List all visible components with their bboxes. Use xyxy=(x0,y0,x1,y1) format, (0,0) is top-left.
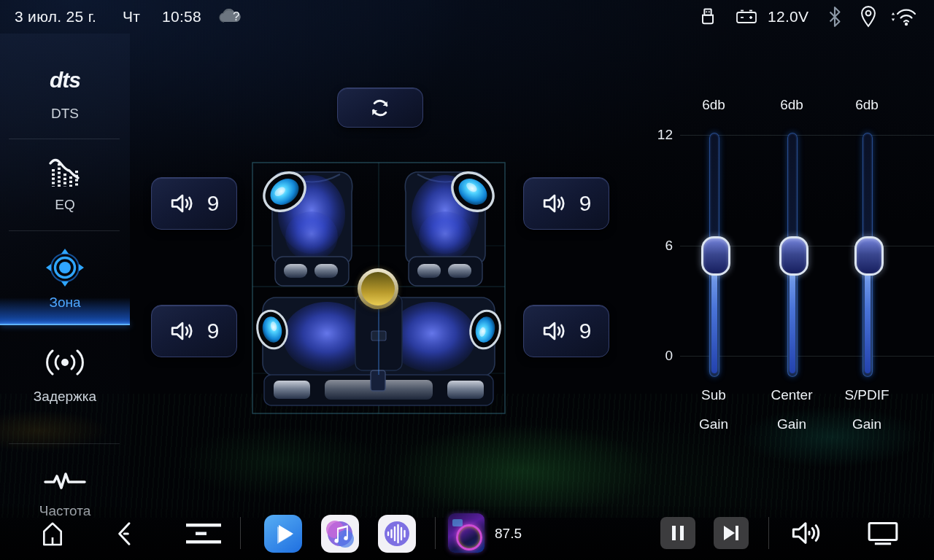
slider-thumb-sub-gain[interactable] xyxy=(701,236,730,276)
bottombar-divider xyxy=(768,517,769,549)
back-button[interactable] xyxy=(111,518,140,552)
display-monitor-icon xyxy=(865,520,900,548)
slider-value-center: 6db xyxy=(752,97,832,113)
sidebar-divider xyxy=(9,139,120,139)
zone-reset-button[interactable] xyxy=(337,88,423,128)
svg-text:?: ? xyxy=(233,9,239,23)
slider-value-spdif: 6db xyxy=(827,97,907,113)
tick-label: 6 xyxy=(648,238,673,254)
sidebar-item-label: Задержка xyxy=(0,389,130,405)
sidebar-divider xyxy=(9,443,120,444)
pause-button[interactable] xyxy=(660,517,695,549)
status-day: Чт xyxy=(123,8,140,26)
location-icon xyxy=(859,5,878,28)
zone-volume-value: 9 xyxy=(579,319,592,343)
bluetooth-icon xyxy=(827,6,843,28)
video-player-app-icon[interactable] xyxy=(264,515,302,553)
head-unit-screen: 3 июл. 25 г. Чт 10:58 ? xyxy=(0,0,934,560)
bottom-nav-bar: 87.5 xyxy=(0,507,934,560)
zone-crosshair-icon xyxy=(0,248,130,290)
sidebar-active-underline xyxy=(0,324,130,325)
slider-label-center-2: Gain xyxy=(752,416,832,432)
zone-volume-rear-left[interactable]: 9 xyxy=(151,305,237,357)
voice-assistant-app-icon[interactable] xyxy=(378,515,416,553)
volume-button[interactable] xyxy=(790,518,822,551)
back-arrow-icon xyxy=(111,518,140,549)
next-track-button[interactable] xyxy=(714,517,749,549)
slider-label-sub-2: Gain xyxy=(674,416,754,432)
speaker-icon xyxy=(541,319,568,343)
wifi-icon xyxy=(889,6,918,28)
radio-screen xyxy=(452,519,463,526)
car-seats-diagram xyxy=(252,162,506,414)
sidebar-divider xyxy=(9,230,120,231)
zone-volume-rear-right[interactable]: 9 xyxy=(523,305,609,357)
home-icon xyxy=(38,518,67,549)
zone-volume-front-right[interactable]: 9 xyxy=(523,177,609,230)
tick-label: 12 xyxy=(648,127,673,143)
radio-app-icon[interactable] xyxy=(448,513,485,553)
bottombar-divider xyxy=(240,517,241,549)
weather-icon: ? xyxy=(217,6,244,26)
speaker-icon xyxy=(169,319,196,343)
zone-volume-value: 9 xyxy=(207,319,220,343)
bottombar-divider xyxy=(435,517,436,549)
slider-label-spdif: S/PDIF xyxy=(827,387,907,403)
music-app-icon[interactable] xyxy=(321,515,359,553)
sidebar-item-label: Зона xyxy=(0,295,130,311)
gain-sliders-panel: 12 6 0 6db Sub Gain 6db Center Gain 6db … xyxy=(642,88,934,452)
slider-thumb-center-gain[interactable] xyxy=(779,236,808,276)
zone-volume-value: 9 xyxy=(207,191,220,216)
sidebar-item-zone[interactable]: Зона xyxy=(0,244,130,325)
balance-knob-face xyxy=(361,272,395,306)
sidebar-item-label: EQ xyxy=(0,197,130,213)
slider-value-sub: 6db xyxy=(674,97,754,113)
speaker-icon xyxy=(169,192,196,215)
recents-button[interactable] xyxy=(185,521,222,549)
slider-label-center: Center xyxy=(752,387,832,403)
slider-thumb-spdif-gain[interactable] xyxy=(854,236,884,276)
skip-next-icon xyxy=(722,524,741,542)
delay-signal-icon xyxy=(0,346,130,381)
sidebar-item-label: DTS xyxy=(0,106,130,122)
pause-icon xyxy=(670,524,686,542)
balance-knob[interactable] xyxy=(358,268,398,309)
zone-volume-front-left[interactable]: 9 xyxy=(151,177,237,230)
sidebar: dts DTS EQ xyxy=(0,34,130,508)
sync-reset-icon xyxy=(368,96,393,120)
volume-speaker-icon xyxy=(790,518,822,548)
home-button[interactable] xyxy=(38,518,67,552)
equalizer-icon xyxy=(0,156,130,191)
speaker-icon xyxy=(541,192,568,215)
slider-label-sub: Sub xyxy=(674,387,754,403)
lines-menu-icon xyxy=(185,521,222,546)
dts-logo: dts xyxy=(0,68,130,93)
radio-dial xyxy=(456,524,482,551)
usb-icon xyxy=(698,7,718,27)
sidebar-item-delay[interactable]: Задержка xyxy=(0,336,130,418)
radio-frequency: 87.5 xyxy=(495,526,522,542)
sidebar-item-eq[interactable]: EQ xyxy=(0,149,130,229)
battery-voltage: 12.0V xyxy=(768,8,808,26)
status-time: 10:58 xyxy=(162,8,201,26)
tick-label: 0 xyxy=(648,348,673,364)
car-battery-icon xyxy=(735,7,758,27)
slider-label-spdif-2: Gain xyxy=(827,416,907,432)
status-bar: 3 июл. 25 г. Чт 10:58 ? xyxy=(0,0,934,34)
zone-volume-value: 9 xyxy=(579,191,592,216)
sidebar-item-dts[interactable]: dts DTS xyxy=(0,62,130,139)
status-date: 3 июл. 25 г. xyxy=(15,8,96,26)
frequency-wave-icon xyxy=(0,470,130,497)
display-off-button[interactable] xyxy=(865,520,900,551)
